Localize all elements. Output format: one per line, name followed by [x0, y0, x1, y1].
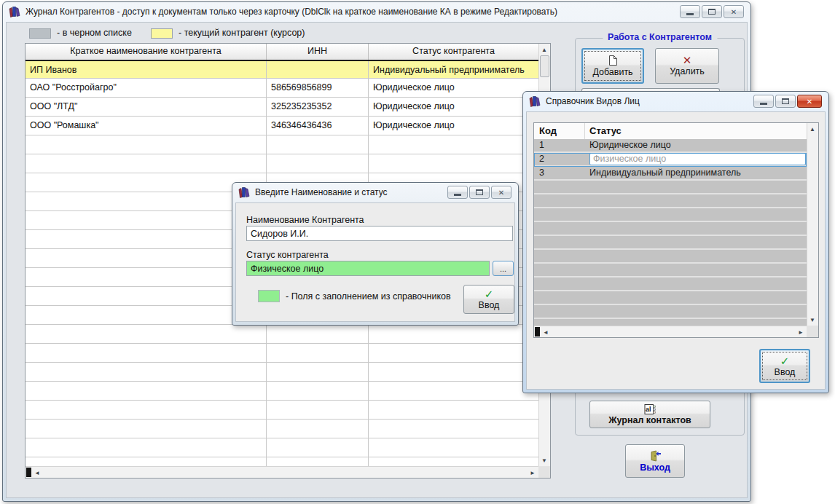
add-button[interactable]: Добавить: [581, 48, 644, 84]
ref-table-row[interactable]: [534, 277, 807, 291]
cell-name: [26, 287, 267, 305]
cell-status: [585, 222, 807, 235]
scroll-up-icon[interactable]: ▲: [807, 124, 818, 134]
contacts-journal-button[interactable]: al Журнал контактов: [589, 401, 710, 428]
browse-status-button[interactable]: ...: [493, 261, 514, 276]
cell-status: [369, 325, 538, 343]
cell-inn: [267, 457, 369, 466]
table-row[interactable]: ОАО "Росстройагро"586569856899Юридическо…: [26, 79, 538, 98]
cell-status: [369, 457, 538, 466]
desktop: Журнал Контрагентов - доступ к документа…: [0, 0, 835, 504]
table-row[interactable]: ООО "ЛТД"325235235352Юридическое лицо: [26, 98, 538, 117]
ref-table-row[interactable]: [534, 236, 807, 250]
ref-dialog-titlebar[interactable]: Справочник Видов Лиц ✕: [523, 92, 828, 111]
current-swatch: [151, 28, 173, 39]
table-row[interactable]: [26, 135, 538, 154]
minimize-button[interactable]: [447, 186, 468, 199]
contractor-status-input[interactable]: [246, 261, 490, 276]
cell-name: [26, 268, 267, 286]
cell-name: [26, 192, 267, 210]
table-row[interactable]: ИП ИвановИндивидуальный предприниматель: [26, 60, 538, 79]
cell-code: [534, 208, 585, 221]
status-field-label: Статус контрагента: [246, 250, 329, 260]
main-titlebar[interactable]: Журнал Контрагентов - доступ к документа…: [3, 2, 750, 21]
table-row[interactable]: [26, 325, 538, 344]
cell-name: [26, 420, 267, 438]
column-header-status[interactable]: Статус контрагента: [369, 44, 538, 60]
table-row[interactable]: [26, 154, 538, 173]
cell-status: [369, 154, 538, 173]
ref-table-row[interactable]: [534, 264, 807, 277]
horizontal-scrollbar[interactable]: ◄ ►: [26, 466, 538, 478]
contractor-name-input[interactable]: [246, 226, 513, 241]
cell-status: [585, 319, 807, 326]
table-row[interactable]: [26, 363, 538, 382]
maximize-button[interactable]: [775, 95, 796, 108]
scrollbar-thumb[interactable]: [540, 55, 549, 77]
scroll-right-icon[interactable]: ►: [528, 468, 538, 478]
enter-button[interactable]: ✓ Ввод: [463, 285, 514, 314]
name-dialog-titlebar[interactable]: Введите Наименование и статус ✕: [232, 183, 518, 202]
close-button[interactable]: ✕: [797, 95, 822, 108]
delete-button[interactable]: ✕ Удалить: [655, 48, 719, 84]
ref-dialog-client: Код Статус 1Юридическое лицо2Физическое …: [526, 111, 826, 390]
scroll-right-icon[interactable]: ►: [796, 327, 806, 337]
cell-name: ООО "Ромашка": [26, 117, 267, 135]
maximize-button[interactable]: [469, 186, 490, 199]
ref-table-row[interactable]: 1Юридическое лицо: [534, 139, 807, 153]
table-row[interactable]: ООО "Ромашка"346346436436Юридическое лиц…: [26, 117, 538, 135]
enter-button[interactable]: ✓ Ввод: [759, 349, 810, 383]
hscrollbar-thumb[interactable]: [535, 327, 540, 336]
selected-status-cell[interactable]: Физическое лицо: [589, 153, 806, 165]
ref-table-row[interactable]: [534, 208, 807, 222]
exit-button[interactable]: Выход: [625, 444, 685, 478]
ref-table-row[interactable]: [534, 250, 807, 264]
column-header-name[interactable]: Краткое наименование контрагента: [26, 44, 267, 60]
cell-name: [26, 173, 267, 192]
cell-name: [26, 249, 267, 267]
vertical-scrollbar[interactable]: ▲ ▼: [807, 123, 818, 326]
ref-table-row[interactable]: [534, 291, 807, 305]
scroll-down-icon[interactable]: ▼: [539, 455, 549, 465]
column-header-inn[interactable]: ИНН: [267, 44, 369, 60]
table-row[interactable]: [26, 382, 538, 401]
ref-table-row[interactable]: 3Индивидуальный предприниматель: [534, 167, 807, 181]
ref-table-row[interactable]: [534, 319, 807, 326]
cell-status: [369, 135, 538, 154]
column-header-code[interactable]: Код: [534, 123, 585, 139]
delete-x-icon: ✕: [683, 55, 692, 66]
cell-code: 2: [534, 153, 585, 165]
table-row[interactable]: [26, 457, 538, 466]
cell-code: [534, 291, 585, 304]
cell-code: [534, 181, 585, 193]
table-row[interactable]: [26, 344, 538, 363]
ref-table-row[interactable]: [534, 194, 807, 208]
cell-inn: [267, 154, 369, 173]
close-button[interactable]: ✕: [724, 5, 744, 18]
cell-inn: [267, 401, 369, 419]
close-button[interactable]: ✕: [491, 186, 511, 199]
table-row[interactable]: [26, 401, 538, 420]
column-header-status[interactable]: Статус: [585, 123, 807, 139]
cell-code: [534, 319, 585, 326]
cell-inn: [267, 382, 369, 400]
minimize-button[interactable]: [753, 95, 774, 108]
table-row[interactable]: [26, 420, 538, 438]
cell-code: 3: [534, 167, 585, 179]
contractor-table-header: Краткое наименование контрагента ИНН Ста…: [26, 44, 538, 60]
ref-table-row[interactable]: [534, 305, 807, 319]
cell-status: [585, 181, 807, 193]
scroll-left-icon[interactable]: ◄: [541, 327, 551, 337]
minimize-button[interactable]: [680, 5, 700, 18]
ref-table-row[interactable]: [534, 181, 807, 194]
table-row[interactable]: [26, 438, 538, 457]
ref-table-row[interactable]: [534, 222, 807, 236]
cell-inn: [267, 438, 369, 457]
maximize-button[interactable]: [702, 5, 722, 18]
scroll-up-icon[interactable]: ▲: [539, 44, 549, 55]
horizontal-scrollbar[interactable]: ◄ ►: [534, 326, 807, 337]
ref-table-row[interactable]: 2Физическое лицо: [534, 153, 807, 167]
hscrollbar-thumb[interactable]: [26, 468, 31, 477]
scroll-down-icon[interactable]: ▼: [807, 315, 818, 325]
scroll-left-icon[interactable]: ◄: [32, 468, 42, 478]
